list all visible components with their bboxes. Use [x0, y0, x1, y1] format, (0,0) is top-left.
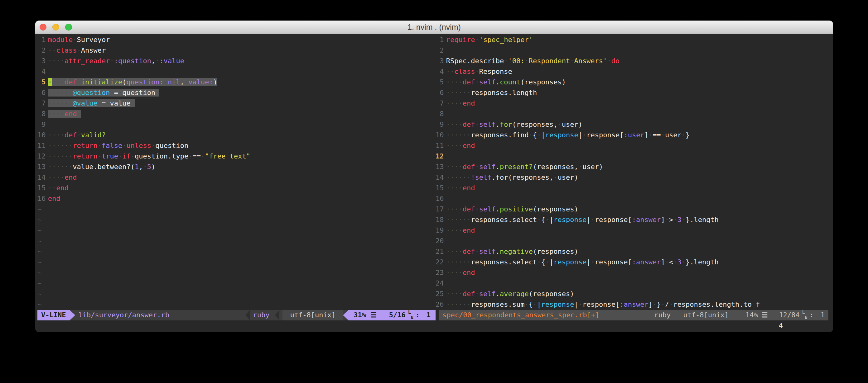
whitespace-dot: ·	[48, 57, 52, 65]
whitespace-dot: ·	[446, 205, 450, 213]
vertical-split-separator[interactable]	[432, 35, 436, 310]
line-number-icon: LN	[408, 311, 413, 319]
code-line: 9····def·self.for(responses,·user)	[436, 119, 828, 130]
whitespace-dot: ·	[56, 131, 60, 139]
window-title: 1. nvim . (nvim)	[35, 21, 833, 34]
whitespace-dot: ·	[56, 163, 60, 171]
whitespace-dot: ·	[653, 301, 657, 308]
whitespace-dot: ·	[475, 78, 479, 86]
whitespace-dot: ·	[459, 120, 463, 128]
whitespace-dot: ·	[475, 163, 479, 171]
scroll-percent-right: 14%	[745, 310, 758, 320]
code-line: 3····attr_reader·:question,·:value	[37, 56, 432, 66]
pending-command-count: 4	[779, 320, 783, 331]
empty-buffer-line: ~	[37, 289, 432, 299]
whitespace-dot: ·	[56, 57, 60, 65]
whitespace-dot: ·	[65, 89, 69, 97]
whitespace-dot: ·	[459, 258, 463, 266]
whitespace-dot: ·	[446, 99, 450, 107]
whitespace-dot: ·	[450, 173, 454, 181]
code-line: 14······!self.for(responses,·user)	[436, 172, 828, 183]
whitespace-dot: ·	[450, 290, 454, 298]
whitespace-dot: ·	[537, 131, 541, 139]
code-line: 10····def·valid?	[37, 130, 432, 140]
empty-buffer-line: ~	[37, 214, 432, 225]
whitespace-dot: ·	[48, 152, 52, 160]
whitespace-dot: ·	[454, 184, 458, 192]
whitespace-dot: ·	[475, 36, 479, 44]
whitespace-dot: ·	[69, 142, 73, 149]
mode-indicator: V-LINE	[37, 310, 69, 320]
code-line: 20	[436, 236, 828, 246]
whitespace-dot: ·	[682, 216, 686, 223]
whitespace-dot: ·	[459, 301, 463, 308]
code-line: 19····end	[436, 225, 828, 236]
whitespace-dot: ·	[52, 163, 56, 171]
code-line: 3RSpec.describe·'00:·Respondent·Answers'…	[436, 56, 828, 66]
code-line: 26······responses.sum·{·|response|·respo…	[436, 299, 828, 310]
whitespace-dot: ·	[65, 163, 69, 171]
col-separator: :	[415, 310, 420, 320]
whitespace-dot: ·	[463, 173, 467, 181]
whitespace-dot: ·	[665, 216, 669, 223]
whitespace-dot: ·	[52, 142, 56, 149]
whitespace-dot: ·	[110, 89, 114, 97]
empty-buffer-line: ~	[37, 278, 432, 289]
code-line: 4··class·Response	[436, 66, 828, 77]
statusline-gap	[436, 310, 439, 320]
encoding-left: utf-8[unix]	[282, 310, 343, 320]
whitespace-dot: ·	[61, 163, 65, 171]
whitespace-dot: ·	[446, 142, 450, 149]
editor-panes: 1module·Surveyor2··class·Answer3····attr…	[37, 35, 828, 310]
whitespace-dot: ·	[463, 258, 467, 266]
whitespace-dot: ·	[459, 89, 463, 97]
powerline-separator-icon	[343, 310, 348, 320]
empty-buffer-line: ~	[37, 204, 432, 214]
code-line: 6······responses.length	[436, 88, 828, 98]
whitespace-dot: ·	[504, 57, 508, 65]
whitespace-dot: ·	[459, 142, 463, 149]
col-separator: :	[810, 310, 814, 320]
whitespace-dot: ·	[61, 78, 65, 86]
whitespace-dot: ·	[533, 301, 537, 308]
whitespace-dot: ·	[450, 258, 454, 266]
filename-text: lib/surveyor/answer.rb	[78, 310, 169, 320]
whitespace-dot: ·	[48, 142, 52, 149]
whitespace-dot: ·	[56, 142, 60, 149]
whitespace-dot: ·	[48, 110, 52, 118]
whitespace-dot: ·	[65, 99, 69, 107]
empty-buffer-line: ~	[37, 257, 432, 268]
whitespace-dot: ·	[459, 290, 463, 298]
whitespace-dot: ·	[122, 142, 126, 149]
whitespace-dot: ·	[446, 227, 450, 234]
whitespace-dot: ·	[69, 89, 73, 97]
title-bar[interactable]: 1. nvim . (nvim)	[35, 21, 833, 34]
whitespace-dot: ·	[450, 120, 454, 128]
whitespace-dot: ·	[459, 269, 463, 277]
whitespace-dot: ·	[61, 110, 65, 118]
whitespace-dot: ·	[537, 258, 541, 266]
whitespace-dot: ·	[98, 152, 102, 160]
whitespace-dot: ·	[454, 301, 458, 308]
whitespace-dot: ·	[467, 89, 471, 97]
whitespace-dot: ·	[459, 78, 463, 86]
whitespace-dot: ·	[682, 131, 686, 139]
code-line: 2	[436, 45, 828, 56]
editor-pane-left[interactable]: 1module·Surveyor2··class·Answer3····attr…	[37, 35, 432, 310]
position-segment-left: 31% ☰ 5/16 LN : 1	[348, 310, 436, 320]
whitespace-dot: ·	[454, 205, 458, 213]
cursor-position-right: 12/84	[779, 310, 799, 320]
code-line: 16	[436, 194, 828, 204]
whitespace-dot: ·	[590, 258, 595, 266]
whitespace-dot: ·	[475, 290, 479, 298]
editor-pane-right[interactable]: 1require·'spec_helper'23RSpec.describe·'…	[436, 35, 828, 310]
whitespace-dot: ·	[467, 216, 471, 223]
whitespace-dot: ·	[77, 78, 81, 86]
whitespace-dot: ·	[673, 258, 677, 266]
whitespace-dot: ·	[52, 173, 56, 181]
whitespace-dot: ·	[56, 99, 60, 107]
whitespace-dot: ·	[450, 227, 454, 234]
whitespace-dot: ·	[475, 68, 479, 75]
command-line[interactable]: 4	[37, 320, 828, 331]
whitespace-dot: ·	[459, 216, 463, 223]
